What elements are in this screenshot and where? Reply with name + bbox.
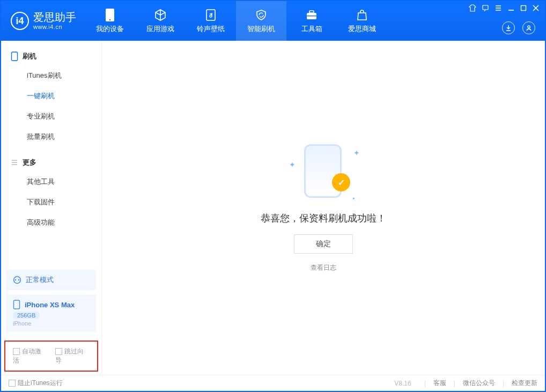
sparkle-icon: ✦ [289,160,296,169]
svg-rect-7 [521,6,526,11]
svg-point-1 [109,19,110,20]
view-log-link[interactable]: 查看日志 [311,263,336,272]
svg-point-10 [14,277,21,284]
sidebar-head-flash: 刷机 [1,47,101,65]
svg-rect-6 [483,5,488,10]
footer-link-update[interactable]: 检查更新 [512,379,537,388]
status-bar: 阻止iTunes运行 V8.16 | 客服 | 微信公众号 | 检查更新 [1,375,545,391]
sidebar-item-itunes-flash[interactable]: iTunes刷机 [1,65,101,86]
highlighted-options: 自动激活 跳过向导 [4,341,98,372]
sidebar-item-pro-flash[interactable]: 专业刷机 [1,106,101,127]
device-cards: 正常模式 iPhone XS Max 256GB iPhone [1,264,101,337]
sidebar-section-flash: 刷机 iTunes刷机 一键刷机 专业刷机 批量刷机 [1,41,101,147]
close-icon[interactable] [532,4,540,12]
app-logo-icon: i4 [11,12,29,30]
skip-guide-checkbox[interactable]: 跳过向导 [55,347,90,365]
refresh-shield-icon [254,8,268,22]
version-label: V8.16 [394,380,411,387]
logo-area: i4 爱思助手 www.i4.cn [1,12,85,30]
svg-rect-4 [309,11,314,13]
phone-outline-icon [11,51,18,61]
app-header: i4 爱思助手 www.i4.cn 我的设备 应用游戏 铃声壁纸 智能刷机 工具… [1,1,545,41]
tab-apps-games[interactable]: 应用游戏 [135,1,186,41]
download-button[interactable] [502,21,515,34]
sidebar-item-oneclick-flash[interactable]: 一键刷机 [1,86,101,106]
user-button[interactable] [522,21,535,34]
success-illustration: ✦ ✦ ✦ ✓ [286,143,361,202]
toolbox-icon [305,8,319,22]
svg-point-8 [528,26,530,28]
success-message: 恭喜您，保资料刷机成功啦！ [261,212,386,225]
sidebar-item-batch-flash[interactable]: 批量刷机 [1,127,101,147]
sidebar: 刷机 iTunes刷机 一键刷机 专业刷机 批量刷机 更多 其他工具 下载固件 … [1,41,102,375]
app-name: 爱思助手 [33,12,76,23]
menu-icon[interactable] [495,4,502,12]
sidebar-item-other-tools[interactable]: 其他工具 [1,172,101,192]
ok-button[interactable]: 确定 [294,234,353,254]
sparkle-icon: ✦ [352,196,356,201]
mode-card[interactable]: 正常模式 [6,270,96,290]
check-badge-icon: ✓ [332,173,350,191]
sidebar-section-more: 更多 其他工具 下载固件 高级功能 [1,147,101,233]
tab-ringtones-wallpapers[interactable]: 铃声壁纸 [186,1,236,41]
titlebar-controls [469,4,540,12]
sync-icon [13,276,21,284]
device-icon [103,8,117,22]
svg-rect-13 [14,300,20,309]
footer-link-wechat[interactable]: 微信公众号 [463,379,495,388]
shirt-icon[interactable] [469,4,476,12]
feedback-icon[interactable] [482,4,489,12]
main-content: ✦ ✦ ✦ ✓ 恭喜您，保资料刷机成功啦！ 确定 查看日志 [102,41,545,375]
music-file-icon [204,8,218,22]
tab-toolbox[interactable]: 工具箱 [286,1,337,41]
block-itunes-checkbox[interactable]: 阻止iTunes运行 [9,379,63,388]
cube-icon [153,8,167,22]
bag-icon [355,8,369,22]
list-icon [11,159,18,166]
svg-rect-9 [12,52,18,61]
auto-activate-checkbox[interactable]: 自动激活 [13,347,48,365]
sidebar-item-advanced[interactable]: 高级功能 [1,212,101,233]
svg-rect-5 [307,16,316,16]
maximize-icon[interactable] [520,5,527,11]
storage-badge: 256GB [13,312,40,319]
header-tabs: 我的设备 应用游戏 铃声壁纸 智能刷机 工具箱 爱思商城 [85,1,387,41]
tab-store[interactable]: 爱思商城 [337,1,387,41]
svg-point-12 [18,279,20,281]
app-body: 刷机 iTunes刷机 一键刷机 专业刷机 批量刷机 更多 其他工具 下载固件 … [1,41,545,375]
minimize-icon[interactable] [507,4,515,12]
svg-point-11 [15,279,17,281]
device-card[interactable]: iPhone XS Max 256GB iPhone [6,294,96,332]
sidebar-head-more: 更多 [1,153,101,172]
sidebar-item-download-firmware[interactable]: 下载固件 [1,192,101,212]
tab-my-device[interactable]: 我的设备 [85,1,135,41]
header-right-buttons [502,21,535,34]
tab-smart-flash[interactable]: 智能刷机 [236,1,286,41]
app-subtitle: www.i4.cn [33,24,76,30]
footer-link-support[interactable]: 客服 [433,379,446,388]
sparkle-icon: ✦ [353,149,360,157]
device-small-icon [13,300,20,309]
